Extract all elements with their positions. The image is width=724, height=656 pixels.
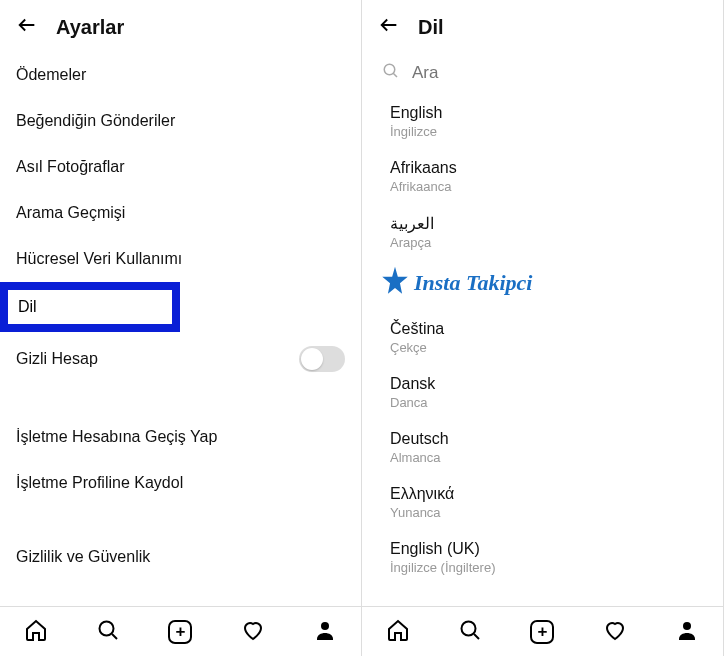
settings-item-label: Gizlilik ve Güvenlik: [16, 548, 150, 566]
language-search-input[interactable]: [412, 63, 703, 83]
home-icon[interactable]: [24, 618, 48, 646]
language-primary: Ελληνικά: [390, 485, 703, 503]
svg-point-1: [321, 622, 329, 630]
settings-item-language-highlighted[interactable]: Dil: [0, 282, 180, 332]
search-icon: [382, 62, 400, 84]
language-secondary: Yunanca: [390, 505, 703, 520]
search-icon[interactable]: [96, 618, 120, 646]
heart-icon[interactable]: [241, 618, 265, 646]
new-post-icon[interactable]: +: [530, 620, 554, 644]
settings-list: Ödemeler Beğendiğin Gönderiler Asıl Foto…: [0, 52, 361, 606]
bottom-nav: +: [0, 606, 361, 656]
settings-item-privacy-security[interactable]: Gizlilik ve Güvenlik: [0, 534, 361, 580]
settings-item-label: Beğendiğin Gönderiler: [16, 112, 175, 130]
settings-header: Ayarlar: [0, 0, 361, 52]
settings-item-cellular-data[interactable]: Hücresel Veri Kullanımı: [0, 236, 361, 282]
settings-title: Ayarlar: [56, 16, 124, 39]
language-secondary: İngilizce (İngiltere): [390, 560, 703, 575]
language-screen: Dil English İngilizce Afrikaans Afrikaan…: [362, 0, 724, 656]
settings-item-label: Dil: [18, 298, 37, 315]
settings-item-label: Gizli Hesap: [16, 350, 98, 368]
language-primary: Čeština: [390, 320, 703, 338]
language-primary: English: [390, 104, 703, 122]
language-primary: Afrikaans: [390, 159, 703, 177]
settings-item-label: Hücresel Veri Kullanımı: [16, 250, 182, 268]
settings-item-save-business-profile[interactable]: İşletme Profiline Kaydol: [0, 460, 361, 506]
language-item-danish[interactable]: Dansk Danca: [362, 365, 723, 420]
settings-item-label: İşletme Profiline Kaydol: [16, 474, 183, 492]
language-secondary: Danca: [390, 395, 703, 410]
svg-point-4: [683, 622, 691, 630]
language-list: English İngilizce Afrikaans Afrikaanca ا…: [362, 94, 723, 606]
language-header: Dil: [362, 0, 723, 52]
language-item-czech[interactable]: Čeština Çekçe: [362, 310, 723, 365]
language-item-english[interactable]: English İngilizce: [362, 94, 723, 149]
language-item-afrikaans[interactable]: Afrikaans Afrikaanca: [362, 149, 723, 204]
settings-item-label: Arama Geçmişi: [16, 204, 125, 222]
language-item-english-uk[interactable]: English (UK) İngilizce (İngiltere): [362, 530, 723, 585]
back-arrow-icon[interactable]: [16, 14, 38, 40]
language-item-greek[interactable]: Ελληνικά Yunanca: [362, 475, 723, 530]
profile-icon[interactable]: [313, 618, 337, 646]
star-icon: [378, 264, 412, 302]
language-search-row: [362, 52, 723, 94]
settings-screen: Ayarlar Ödemeler Beğendiğin Gönderiler A…: [0, 0, 362, 656]
language-item-arabic[interactable]: العربية Arapça: [362, 204, 723, 260]
language-primary: Dansk: [390, 375, 703, 393]
section-divider: [0, 386, 361, 414]
settings-item-payments[interactable]: Ödemeler: [0, 52, 361, 98]
language-primary: العربية: [390, 214, 703, 233]
watermark: Insta Takipci: [362, 260, 723, 310]
watermark-text: Insta Takipci: [414, 270, 532, 296]
language-item-german[interactable]: Deutsch Almanca: [362, 420, 723, 475]
svg-point-2: [384, 64, 395, 75]
svg-point-3: [462, 621, 476, 635]
language-secondary: Almanca: [390, 450, 703, 465]
home-icon[interactable]: [386, 618, 410, 646]
settings-item-label: İşletme Hesabına Geçiş Yap: [16, 428, 217, 446]
language-secondary: İngilizce: [390, 124, 703, 139]
heart-icon[interactable]: [603, 618, 627, 646]
language-secondary: Arapça: [390, 235, 703, 250]
settings-item-search-history[interactable]: Arama Geçmişi: [0, 190, 361, 236]
language-primary: Deutsch: [390, 430, 703, 448]
new-post-icon[interactable]: +: [168, 620, 192, 644]
settings-item-label: Asıl Fotoğraflar: [16, 158, 124, 176]
language-secondary: Afrikaanca: [390, 179, 703, 194]
private-account-toggle[interactable]: [299, 346, 345, 372]
language-primary: English (UK): [390, 540, 703, 558]
settings-item-label: Ödemeler: [16, 66, 86, 84]
bottom-nav: +: [362, 606, 723, 656]
settings-item-liked-posts[interactable]: Beğendiğin Gönderiler: [0, 98, 361, 144]
section-divider: [0, 506, 361, 534]
back-arrow-icon[interactable]: [378, 14, 400, 40]
settings-item-original-photos[interactable]: Asıl Fotoğraflar: [0, 144, 361, 190]
search-icon[interactable]: [458, 618, 482, 646]
settings-item-private-account[interactable]: Gizli Hesap: [0, 332, 361, 386]
profile-icon[interactable]: [675, 618, 699, 646]
language-title: Dil: [418, 16, 444, 39]
settings-item-switch-business[interactable]: İşletme Hesabına Geçiş Yap: [0, 414, 361, 460]
svg-point-0: [100, 621, 114, 635]
language-secondary: Çekçe: [390, 340, 703, 355]
